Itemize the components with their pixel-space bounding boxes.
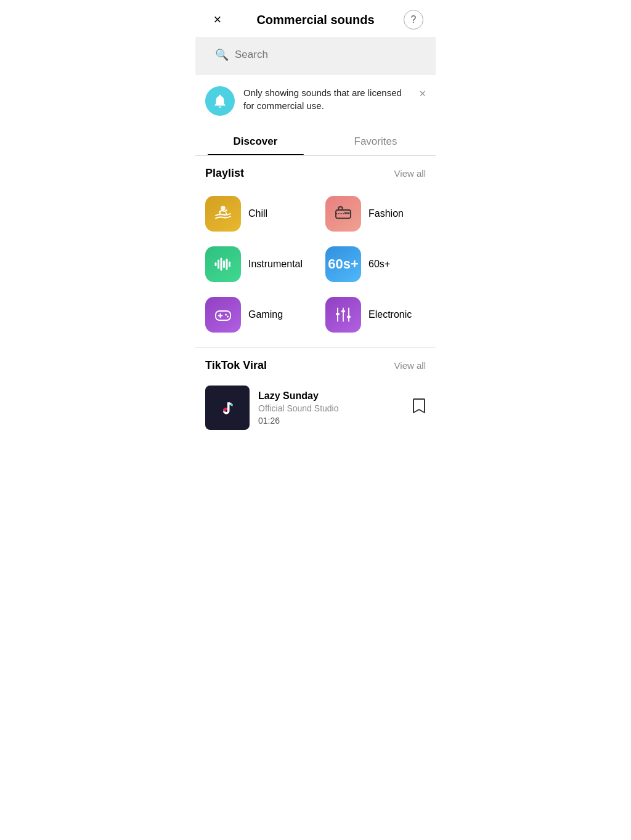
playlist-item-60s[interactable]: 60s+ 60s+ (316, 239, 436, 289)
viral-view-all[interactable]: View all (394, 360, 426, 371)
chill-label: Chill (248, 208, 267, 219)
svg-rect-21 (347, 316, 351, 318)
search-icon: 🔍 (215, 48, 229, 62)
gaming-icon (212, 304, 234, 326)
tabs: Discover Favorites (195, 127, 436, 156)
playlist-grid: Chill Fashion (195, 186, 436, 345)
tab-discover[interactable]: Discover (195, 127, 316, 155)
playlist-item-electronic[interactable]: Electronic (316, 289, 436, 340)
page-title: Commercial sounds (227, 13, 404, 27)
tab-favorites[interactable]: Favorites (316, 127, 436, 155)
viral-track-thumbnail (205, 386, 250, 430)
tiktok-viral-section: TikTok Viral View all Lazy Sunday Offici… (195, 348, 436, 450)
chill-icon (212, 203, 234, 225)
viral-section-header: TikTok Viral View all (195, 348, 436, 378)
notice-text: Only showing sounds that are licensed fo… (243, 86, 410, 112)
svg-rect-10 (229, 262, 230, 267)
fashion-label: Fashion (368, 208, 404, 219)
playlist-item-gaming[interactable]: Gaming (195, 289, 316, 340)
viral-track-title: Lazy Sunday (258, 390, 404, 402)
svg-point-0 (221, 206, 226, 211)
help-button[interactable]: ? (404, 10, 423, 30)
fashion-icon (332, 203, 354, 225)
bookmark-icon (412, 398, 426, 414)
playlist-item-chill[interactable]: Chill (195, 188, 316, 239)
instrumental-label: Instrumental (248, 259, 303, 270)
electronic-icon (332, 304, 354, 326)
notice-close-button[interactable]: × (419, 87, 426, 100)
svg-rect-9 (226, 259, 228, 270)
fashion-thumbnail (325, 196, 361, 232)
playlist-section-title: Playlist (205, 167, 244, 180)
svg-rect-19 (336, 313, 340, 315)
electronic-thumbnail (325, 297, 361, 333)
search-input[interactable] (235, 49, 416, 61)
search-bar[interactable]: 🔍 (205, 42, 426, 68)
instrumental-thumbnail (205, 246, 241, 282)
search-container: 🔍 (195, 37, 436, 75)
notice-icon (205, 86, 235, 116)
playlist-section-header: Playlist View all (195, 156, 436, 186)
svg-rect-5 (215, 262, 217, 266)
viral-track-subtitle: Official Sound Studio (258, 403, 404, 413)
gaming-thumbnail (205, 297, 241, 333)
viral-track-duration: 01:26 (258, 416, 404, 426)
bell-icon (212, 93, 228, 109)
svg-point-15 (227, 316, 229, 318)
svg-point-4 (348, 212, 350, 214)
bookmark-button[interactable] (412, 398, 426, 418)
tiktok-logo-icon (214, 395, 240, 421)
60s-thumbnail: 60s+ (325, 246, 361, 282)
svg-rect-7 (221, 258, 222, 271)
header: × Commercial sounds ? (195, 0, 436, 37)
svg-rect-8 (223, 260, 225, 268)
playlist-item-fashion[interactable]: Fashion (316, 188, 436, 239)
svg-point-3 (344, 212, 346, 214)
close-button[interactable]: × (208, 10, 227, 30)
chill-thumbnail (205, 196, 241, 232)
viral-section-title: TikTok Viral (205, 359, 267, 372)
viral-track-info: Lazy Sunday Official Sound Studio 01:26 (258, 390, 404, 426)
svg-point-2 (346, 212, 348, 214)
playlist-view-all[interactable]: View all (394, 168, 426, 179)
viral-track-item[interactable]: Lazy Sunday Official Sound Studio 01:26 (195, 378, 436, 437)
60s-label: 60s+ (368, 259, 390, 270)
electronic-label: Electronic (368, 309, 412, 320)
svg-point-14 (225, 314, 227, 316)
instrumental-icon (212, 253, 234, 275)
60s-text-label: 60s+ (328, 256, 359, 272)
svg-rect-20 (341, 310, 345, 313)
playlist-item-instrumental[interactable]: Instrumental (195, 239, 316, 289)
notice-banner: Only showing sounds that are licensed fo… (195, 75, 436, 127)
gaming-label: Gaming (248, 309, 283, 320)
svg-rect-6 (218, 260, 219, 269)
